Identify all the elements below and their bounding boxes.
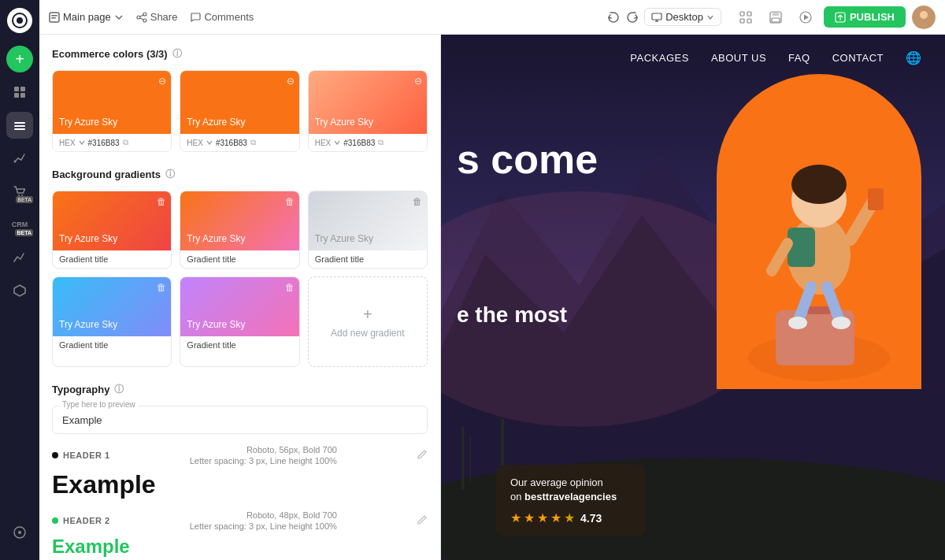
gradient-label-5: Try Azure Sky	[187, 319, 245, 330]
pages-icon[interactable]	[6, 79, 33, 106]
svg-rect-16	[51, 15, 57, 17]
gradient-remove-3[interactable]: 🗑	[413, 196, 422, 207]
globe-icon[interactable]: 🌐	[906, 50, 921, 65]
draw-icon[interactable]	[6, 145, 33, 172]
type-preview-input[interactable]	[62, 414, 417, 426]
location-icon[interactable]	[6, 519, 33, 546]
header-2-edit-icon[interactable]	[417, 514, 428, 528]
gradient-card-3[interactable]: Try Azure Sky 🗑 Gradient title	[308, 191, 428, 269]
undo-button[interactable]	[606, 10, 621, 24]
star-1: ★	[510, 510, 521, 525]
header-2-example: Example	[52, 536, 428, 558]
gradients-info-icon: ⓘ	[165, 168, 175, 181]
layers-icon[interactable]	[6, 112, 33, 139]
gradient-remove-4[interactable]: 🗑	[157, 282, 166, 293]
comments-icon	[190, 12, 201, 23]
svg-point-38	[920, 11, 928, 19]
analytics-icon[interactable]	[6, 244, 33, 271]
play-icon-btn[interactable]	[794, 6, 817, 29]
gradient-card-2[interactable]: Try Azure Sky 🗑 Gradient title	[180, 191, 299, 269]
swatch-remove-2[interactable]: ⊖	[287, 76, 295, 87]
hex-copy-3[interactable]: ⧉	[378, 138, 384, 147]
background-gradients-section-title: Background gradients ⓘ	[52, 168, 428, 181]
device-selector[interactable]: Desktop	[644, 8, 721, 26]
typography-section-title: Typography ⓘ	[52, 383, 428, 396]
header-2-label: HEADER 2	[63, 516, 110, 525]
color-swatch-3[interactable]: Try Azure Sky ⊖ HEX #316B83 ⧉	[308, 70, 428, 152]
add-gradient-card[interactable]: + Add new gradient	[308, 276, 428, 367]
components-icon[interactable]	[6, 277, 33, 304]
rating-text: Our average opinion on besttravelagencie…	[510, 476, 632, 504]
color-swatch-1[interactable]: Try Azure Sky ⊖ HEX #316B83 ⧉	[52, 70, 172, 152]
nav-packages[interactable]: PACKAGES	[630, 52, 689, 64]
user-avatar[interactable]	[912, 6, 936, 29]
star-3: ★	[537, 510, 548, 525]
star-2: ★	[524, 510, 535, 525]
swatch-remove-1[interactable]: ⊖	[158, 76, 166, 87]
color-swatch-2[interactable]: Try Azure Sky ⊖ HEX #316B83 ⧉	[180, 70, 299, 152]
crm-icon[interactable]: CRM BETA	[6, 211, 33, 238]
redo-button[interactable]	[625, 10, 639, 24]
typography-label: Typography	[52, 384, 109, 395]
gradient-remove-5[interactable]: 🗑	[285, 282, 295, 293]
cart-icon[interactable]: BETA	[6, 178, 33, 205]
nav-contact[interactable]: CONTACT	[832, 52, 884, 64]
page-name-selector[interactable]: Main page	[49, 11, 124, 23]
swatch-hex-2: HEX #316B83 ⧉	[180, 134, 298, 151]
comments-button[interactable]: Comments	[190, 11, 254, 23]
preview-background: PACKAGES ABOUT US FAQ CONTACT 🌐 s come e…	[441, 35, 945, 560]
svg-rect-4	[14, 93, 19, 98]
gradient-title-1: Gradient title	[53, 250, 171, 268]
gradient-label-3: Try Azure Sky	[315, 233, 373, 244]
svg-rect-43	[461, 427, 464, 490]
type-preview-label: Type here to preview	[59, 400, 139, 409]
svg-point-59	[788, 317, 807, 329]
main-area: Main page Share Comments	[39, 0, 945, 560]
swatch-remove-3[interactable]: ⊖	[414, 76, 422, 87]
header-1-label: HEADER 1	[63, 451, 110, 460]
svg-rect-17	[51, 17, 56, 19]
ecommerce-colors-label: Ecommerce colors (3/3)	[52, 48, 168, 60]
share-button[interactable]: Share	[136, 11, 178, 23]
device-chevron-icon	[706, 13, 714, 21]
svg-rect-8	[14, 128, 25, 130]
swatch-color-3: Try Azure Sky ⊖	[309, 71, 427, 134]
beta-badge-label: BETA	[16, 196, 33, 203]
gradient-remove-1[interactable]: 🗑	[157, 196, 166, 207]
header-1-spec: Roboto, 56px, Bold 700	[246, 445, 337, 454]
gradient-block-3: Try Azure Sky 🗑	[309, 191, 427, 250]
header-1-edit-icon[interactable]	[417, 449, 428, 462]
gradient-label-4: Try Azure Sky	[59, 319, 117, 330]
svg-line-56	[772, 243, 788, 271]
svg-rect-6	[14, 122, 25, 124]
add-icon[interactable]: +	[6, 46, 33, 72]
gradient-block-1: Try Azure Sky 🗑	[53, 191, 171, 250]
gradient-card-4[interactable]: Try Azure Sky 🗑 Gradient title	[52, 276, 172, 367]
group-icon-btn[interactable]	[734, 6, 758, 29]
device-label: Desktop	[665, 11, 703, 23]
nav-about-us[interactable]: ABOUT US	[711, 52, 766, 64]
rating-brand: besttravelagencies	[524, 491, 617, 503]
header-1-label-group: HEADER 1	[52, 451, 110, 460]
gradient-remove-2[interactable]: 🗑	[285, 196, 295, 207]
crm-beta-label: BETA	[15, 229, 33, 236]
hex-copy-2[interactable]: ⧉	[250, 138, 256, 147]
svg-rect-53	[788, 228, 815, 267]
hex-copy-1[interactable]: ⧉	[123, 138, 128, 147]
page-name-label: Main page	[63, 11, 111, 23]
svg-point-52	[791, 165, 847, 204]
swatch-label-2: Try Azure Sky	[187, 117, 245, 128]
save-icon-btn[interactable]	[764, 6, 788, 29]
svg-rect-32	[772, 18, 780, 22]
app-logo[interactable]	[7, 8, 32, 33]
type-preview-box: Type here to preview	[52, 406, 428, 434]
preview-navbar: PACKAGES ABOUT US FAQ CONTACT 🌐	[441, 35, 945, 81]
swatch-label-3: Try Azure Sky	[315, 117, 373, 128]
svg-point-9	[14, 161, 17, 163]
add-gradient-label: Add new gradient	[331, 328, 404, 339]
gradient-card-5[interactable]: Try Azure Sky 🗑 Gradient title	[180, 276, 299, 367]
nav-faq[interactable]: FAQ	[788, 52, 810, 64]
gradient-card-1[interactable]: Try Azure Sky 🗑 Gradient title	[52, 191, 172, 269]
svg-rect-3	[20, 87, 25, 91]
publish-button[interactable]: PUBLISH	[824, 6, 906, 28]
